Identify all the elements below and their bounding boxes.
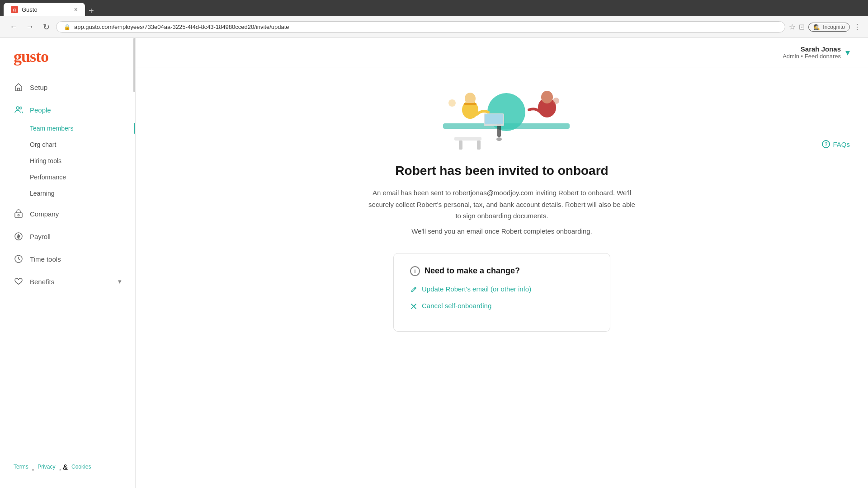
team-members-label: Team members [30,125,73,132]
sidebar-subitem-learning[interactable]: Learning [0,185,135,202]
sidebar-subitem-hiring-tools[interactable]: Hiring tools [0,153,135,169]
forward-button[interactable]: → [24,21,36,33]
reload-button[interactable]: ↻ [40,21,52,33]
sidebar-section-payroll: Payroll [0,226,135,247]
incognito-label: Incognito [823,24,845,30]
browser-nav-bar: ← → ↻ 🔒 app.gusto.com/employees/733e04aa… [0,16,868,38]
content-area: Robert has been invited to onboard An em… [298,78,705,350]
faqs-circle-icon: ? [822,140,830,148]
faqs-label: FAQs [833,141,850,148]
lock-icon: 🔒 [64,24,71,30]
cancel-onboarding-link[interactable]: Cancel self-onboarding [410,302,594,311]
svg-rect-19 [459,141,462,150]
time-tools-icon [14,254,24,264]
svg-point-1 [16,107,19,109]
main-header: Sarah Jonas Admin • Feed donares ▾ [136,38,868,67]
hiring-tools-label: Hiring tools [30,157,61,164]
sidebar-item-payroll[interactable]: Payroll [0,226,135,247]
svg-point-21 [448,99,456,107]
tab-bar: g Gusto × + [0,0,868,16]
cookies-link[interactable]: Cookies [71,464,91,472]
sidebar-section-time-tools: Time tools [0,249,135,269]
sidebar-item-people[interactable]: People [0,99,135,120]
x-icon [410,303,417,311]
people-label: People [30,106,51,114]
user-menu-chevron-icon[interactable]: ▾ [845,47,850,58]
benefits-chevron-icon: ▾ [118,277,122,286]
info-icon: i [410,266,420,276]
pencil-icon [410,286,417,295]
faqs-area: ? FAQs [136,67,868,78]
card-title: i Need to make a change? [410,266,594,276]
sidebar-subitem-team-members[interactable]: Team members [0,120,135,136]
setup-label: Setup [30,84,47,91]
time-tools-label: Time tools [30,255,61,263]
sidebar-section-setup: Setup [0,77,135,98]
people-icon [14,105,24,115]
svg-rect-20 [477,141,481,150]
svg-rect-4 [18,215,19,216]
bookmark-button[interactable]: ☆ [789,23,795,31]
url-text: app.gusto.com/employees/733e04aa-3225-4f… [74,23,289,30]
company-icon [14,209,24,219]
svg-point-2 [20,107,22,109]
user-details: Sarah Jonas Admin • Feed donares [783,45,841,60]
logo-text: gusto [14,47,48,66]
description-line3: to sign onboarding documents. [455,212,548,220]
back-button[interactable]: ← [7,21,20,33]
svg-rect-18 [454,137,481,141]
sidebar-logo[interactable]: gusto [0,47,135,77]
sidebar-section-company: Company [0,203,135,224]
learning-label: Learning [30,190,55,197]
incognito-icon: 🕵 [813,24,820,30]
footer-sep2: , & [59,464,68,472]
page-heading: Robert has been invited to onboard [316,164,687,178]
main-content: Sarah Jonas Admin • Feed donares ▾ ? FAQ… [136,38,868,488]
sidebar-item-benefits[interactable]: Benefits ▾ [0,271,135,292]
user-menu[interactable]: Sarah Jonas Admin • Feed donares ▾ [783,45,850,60]
terms-link[interactable]: Terms [14,464,28,472]
description-line2: securely collect Robert's personal, tax,… [368,201,635,208]
sidebar-section-people: People Team members Org chart Hiring too… [0,99,135,202]
tab-favicon: g [11,6,18,13]
sidebar-subitem-performance[interactable]: Performance [0,169,135,185]
onboarding-illustration [375,78,628,153]
address-bar[interactable]: 🔒 app.gusto.com/employees/733e04aa-3225-… [56,21,785,33]
sidebar-item-time-tools[interactable]: Time tools [0,249,135,269]
privacy-link[interactable]: Privacy [38,464,55,472]
sidebar-item-setup[interactable]: Setup [0,77,135,98]
tab-title: Gusto [22,6,71,13]
notification-text: We'll send you an email once Robert comp… [316,227,687,235]
change-info-card: i Need to make a change? Update Robert's… [393,253,610,332]
new-tab-button[interactable]: + [89,6,94,16]
svg-point-22 [553,98,559,104]
sidebar-scrollbar[interactable] [133,38,135,92]
cancel-onboarding-label: Cancel self-onboarding [422,302,491,310]
update-email-link[interactable]: Update Robert's email (or other info) [410,285,594,295]
svg-point-15 [541,91,553,103]
active-tab[interactable]: g Gusto × [4,3,85,16]
sidebar: gusto Setup People Team [0,38,136,488]
svg-rect-17 [485,114,503,124]
user-role: Admin • Feed donares [783,53,841,60]
faqs-link[interactable]: ? FAQs [822,140,850,148]
cast-button[interactable]: ⊡ [799,23,805,31]
sidebar-footer: Terms , Privacy , & Cookies [0,456,135,479]
incognito-badge[interactable]: 🕵 Incognito [808,23,850,32]
user-name: Sarah Jonas [783,45,841,53]
sidebar-subitem-org-chart[interactable]: Org chart [0,136,135,153]
sidebar-item-company[interactable]: Company [0,203,135,224]
svg-point-9 [465,93,476,104]
app-container: gusto Setup People Team [0,38,868,488]
card-title-text: Need to make a change? [425,266,520,276]
sidebar-section-benefits: Benefits ▾ [0,271,135,292]
update-email-label: Update Robert's email (or other info) [422,285,531,293]
tab-close-button[interactable]: × [74,6,78,13]
company-label: Company [30,210,59,218]
benefits-label: Benefits [30,278,54,286]
menu-button[interactable]: ⋮ [854,23,861,31]
description-text: An email has been sent to robertjonas@mo… [344,187,660,222]
svg-rect-10 [464,103,476,105]
description-line1: An email has been sent to robertjonas@mo… [373,189,631,197]
benefits-icon [14,277,24,286]
